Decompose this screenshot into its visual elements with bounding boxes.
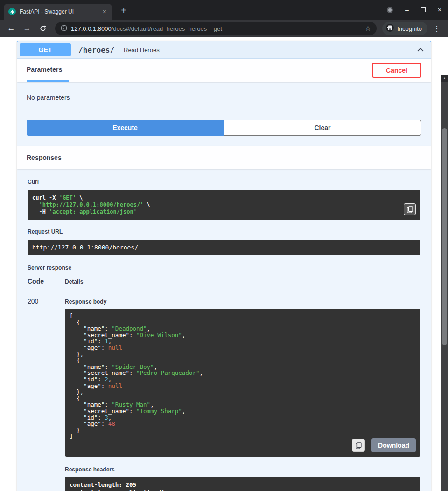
window-controls: – × <box>387 0 441 20</box>
opblock-get-heroes: GET /heroes/ Read Heroes Parameters Canc… <box>17 41 431 491</box>
browser-toolbar: ← → 127.0.0.1:8000/docs#/default/read_he… <box>0 20 448 37</box>
scrollbar-thumb[interactable] <box>442 128 447 345</box>
bookmark-star-icon[interactable]: ☆ <box>365 24 371 33</box>
response-row: 200 Response body [ { "name": "Deadpond"… <box>28 290 420 491</box>
url-text: 127.0.0.1:8000/docs#/default/read_heroes… <box>71 25 222 32</box>
browser-menu-icon[interactable]: ⋮ <box>430 24 443 33</box>
minimize-button[interactable]: – <box>405 7 409 13</box>
endpoint-path: /heroes/ <box>78 46 114 55</box>
incognito-icon <box>386 24 394 33</box>
url-path: /docs#/default/read_heroes_heroes__get <box>112 25 222 32</box>
status-code: 200 <box>28 297 65 305</box>
parameters-header: Parameters Cancel <box>17 59 431 82</box>
close-window-button[interactable]: × <box>438 7 441 13</box>
new-tab-button[interactable]: + <box>118 5 130 16</box>
response-headers-block: content-length: 205 content-type: applic… <box>65 477 420 491</box>
no-parameters-text: No parameters <box>27 94 421 101</box>
page-scrollbar[interactable]: ▲ ▼ <box>441 75 448 491</box>
execute-row: Execute Clear <box>17 106 431 146</box>
maximize-button[interactable] <box>421 7 426 12</box>
execute-button[interactable]: Execute <box>27 120 224 136</box>
status-dot-icon[interactable] <box>387 7 393 13</box>
reload-button[interactable] <box>36 22 49 35</box>
response-actions: Download <box>352 438 416 452</box>
request-url-block: http://127.0.0.1:8000/heroes/ <box>28 240 420 255</box>
scrollbar-up-icon[interactable]: ▲ <box>441 75 448 82</box>
url-bar[interactable]: 127.0.0.1:8000/docs#/default/read_heroes… <box>55 22 377 35</box>
forward-button[interactable]: → <box>21 22 34 35</box>
details-column-header: Details <box>65 278 83 285</box>
request-url-label: Request URL <box>28 228 420 235</box>
swagger-page: GET /heroes/ Read Heroes Parameters Canc… <box>0 37 448 491</box>
browser-tab[interactable]: FastAPI - Swagger UI × <box>4 4 112 20</box>
endpoint-summary: Read Heroes <box>124 47 160 54</box>
tab-title: FastAPI - Swagger UI <box>20 8 98 15</box>
clear-button[interactable]: Clear <box>224 120 421 136</box>
responses-header: Responses <box>17 146 431 169</box>
tab-close-icon[interactable]: × <box>102 8 107 15</box>
incognito-label: Incognito <box>397 25 422 32</box>
curl-label: Curl <box>28 179 420 185</box>
curl-copy-button[interactable] <box>404 203 416 215</box>
opblock-summary[interactable]: GET /heroes/ Read Heroes <box>17 41 431 59</box>
server-response-label: Server response <box>28 264 420 271</box>
url-host: 127.0.0.1:8000 <box>71 25 112 32</box>
responses-title: Responses <box>27 154 62 161</box>
parameters-tab: Parameters <box>27 59 69 82</box>
request-url-value: http://127.0.0.1:8000/heroes/ <box>32 244 138 251</box>
response-details: Response body [ { "name": "Deadpond", "s… <box>65 297 420 491</box>
response-copy-button[interactable] <box>352 439 365 452</box>
browser-chrome: FastAPI - Swagger UI × + – × ← → <box>0 0 448 37</box>
page-info-icon[interactable] <box>61 25 67 33</box>
parameters-title: Parameters <box>27 66 62 73</box>
collapse-chevron-icon[interactable] <box>417 48 424 52</box>
tab-strip: FastAPI - Swagger UI × + – × <box>0 0 448 20</box>
response-body-block: [ { "name": "Deadpond", "secret_name": "… <box>65 309 420 457</box>
responses-body: Curl curl -X 'GET' \ 'http://127.0.0.1:8… <box>17 169 431 491</box>
http-method-badge: GET <box>20 43 71 56</box>
download-button[interactable]: Download <box>371 438 416 452</box>
back-button[interactable]: ← <box>5 22 18 35</box>
response-body-label: Response body <box>65 298 420 305</box>
fastapi-favicon-icon <box>8 8 16 15</box>
response-headers-label: Response headers <box>65 466 420 473</box>
response-table-header: Code Details <box>28 277 420 290</box>
curl-block: curl -X 'GET' \ 'http://127.0.0.1:8000/h… <box>28 190 420 220</box>
incognito-badge: Incognito <box>382 22 427 35</box>
response-headers-code: content-length: 205 content-type: applic… <box>70 481 189 491</box>
code-column-header: Code <box>28 277 65 285</box>
response-body-code: [ { "name": "Deadpond", "secret_name": "… <box>70 312 203 440</box>
cancel-button[interactable]: Cancel <box>372 63 421 78</box>
curl-code: curl -X 'GET' \ 'http://127.0.0.1:8000/h… <box>32 194 150 215</box>
parameters-body: No parameters <box>17 82 431 106</box>
